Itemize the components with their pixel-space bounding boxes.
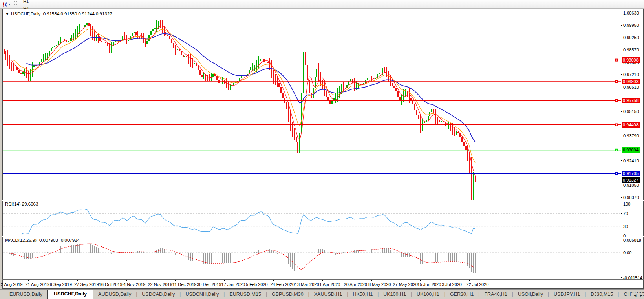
chevron-down-icon: ▾	[9, 2, 10, 6]
macd-axis-label: 0.005818	[623, 238, 641, 242]
price-axis-label: 0.90370	[623, 195, 639, 200]
tab-usdcad-daily[interactable]: USDCAD,Daily	[137, 290, 179, 299]
toolbar-grip[interactable]	[14, 1, 17, 7]
date-label: 9 Sep 2019	[50, 282, 72, 287]
date-label: 27 Sep 2019	[74, 282, 99, 287]
mt4-app: { "toolbar": { "timeframes": ["M1","M5",…	[0, 0, 644, 299]
price-axis-label: 0.99250	[623, 35, 639, 40]
level-price-label: 0.95758	[622, 98, 640, 103]
tab-bar: EURUSD,DailyUSDCHF,DailyAUDUSD,Daily|USD…	[0, 289, 644, 299]
tab-usdchf-daily[interactable]: USDCHF,Daily	[47, 289, 93, 299]
date-label: 13 Mar 2020	[295, 282, 319, 287]
tab-usdjpy-h1[interactable]: USDJPY,H1	[549, 290, 585, 299]
date-label: 8 May 2020	[368, 282, 391, 287]
date-label: 4 Nov 2019	[123, 282, 145, 287]
tab-fra40-h1[interactable]: FRA40,H1	[479, 290, 512, 299]
tab-usdcnh-daily[interactable]: USDCNH,Daily	[181, 290, 223, 299]
symbol-period-label: USDCHF,Daily	[11, 11, 40, 16]
chart-window[interactable]	[2, 9, 644, 289]
tab-scroll-right-icon[interactable]: ►	[639, 293, 643, 297]
date-label: 22 Nov 2019	[148, 282, 172, 287]
candlestick-chart-icon	[2, 2, 8, 7]
date-label: 2 Aug 2019	[1, 282, 23, 287]
chart-title: ▼USDCHF,Daily 0.91534 0.91550 0.91244 0.…	[5, 11, 112, 16]
tab-gbpusd-m30[interactable]: GBPUSD,M30	[267, 290, 308, 299]
tab-dj30-m15[interactable]: DJ30,M15	[586, 290, 618, 299]
price-axis-label: 0.96510	[623, 85, 639, 89]
tab-xauusd-h1[interactable]: XAUUSD,H1	[309, 290, 347, 299]
price-axis-label: 0.97210	[623, 72, 639, 77]
date-label: 17 Jan 2020	[221, 282, 245, 287]
tab-ger30-h1[interactable]: GER30,H1	[445, 290, 478, 299]
tab-scroll-left-icon[interactable]: ◄	[633, 293, 637, 297]
date-label: 20 Apr 2020	[344, 282, 367, 287]
ohlc-values: 0.91534 0.91550 0.91244 0.91327	[43, 11, 112, 16]
timeframe-button-h1[interactable]: H1	[20, 0, 35, 5]
tab-eurusd-m15[interactable]: EURUSD,M15	[225, 290, 266, 299]
date-label: 24 Feb 2020	[270, 282, 295, 287]
rsi-axis-label: 30	[623, 224, 628, 229]
date-label: 1 Apr 2020	[319, 282, 340, 287]
price-axis-label: 0.99950	[623, 23, 639, 27]
tab-usoil-daily[interactable]: USOil,Daily	[513, 290, 548, 299]
macd-axis-label: 0.00	[623, 250, 631, 255]
tab-eurusd-daily[interactable]: EURUSD,Daily	[5, 290, 47, 299]
price-axis-label: 0.93790	[623, 133, 639, 138]
level-price-label: 0.94408	[622, 122, 640, 128]
level-price-label: 0.93004	[622, 147, 640, 153]
macd-indicator-label: MACD(12,26,9) -0.007903 -0.007924	[5, 238, 80, 242]
price-axis-label: 0.92410	[623, 159, 639, 163]
date-label: 5 Feb 2020	[246, 282, 268, 287]
level-price-label: 0.91705	[622, 171, 640, 176]
tab-hk50-h1[interactable]: HK50,H1	[348, 290, 377, 299]
date-label: 27 May 2020	[393, 282, 418, 287]
level-price-label: 0.96803	[622, 79, 640, 84]
collapse-arrow-icon: ▼	[5, 12, 9, 16]
rsi-axis-label: 70	[623, 211, 628, 216]
date-label: 3 Jul 2020	[442, 282, 462, 287]
date-label: 16 Oct 2019	[99, 282, 123, 287]
price-axis-label: 0.91050	[623, 183, 639, 188]
level-price-label: 0.98008	[622, 57, 640, 63]
date-label: 22 Jul 2020	[467, 282, 489, 287]
chart-type-button[interactable]: ▾	[1, 1, 12, 7]
tab-uk100-h1[interactable]: UK100,H1	[379, 290, 411, 299]
date-label: 21 Aug 2019	[25, 282, 49, 287]
price-axis-label: 0.98570	[623, 47, 639, 52]
macd-axis-label: -0.011514	[623, 275, 642, 280]
price-axis-label: 0.95150	[623, 109, 639, 114]
date-label: 15 Jun 2020	[417, 282, 441, 287]
toolbar: ▾ M1M5M15M30H1H4D1W1MN	[0, 0, 644, 9]
price-axis-label: 1.00630	[623, 11, 639, 15]
tab-scroll-buttons: ◄ ►	[631, 293, 643, 297]
rsi-axis-label: 100	[623, 202, 630, 206]
tab-uk100-h1[interactable]: UK100,H1	[412, 290, 444, 299]
current-price-label: 0.91327	[622, 177, 640, 183]
date-label: 11 Dec 2019	[172, 282, 197, 287]
rsi-indicator-label: RSI(14) 29.6063	[5, 202, 38, 206]
tab-audusd-daily[interactable]: AUDUSD,Daily	[93, 290, 136, 299]
date-label: 30 Dec 2019	[197, 282, 221, 287]
